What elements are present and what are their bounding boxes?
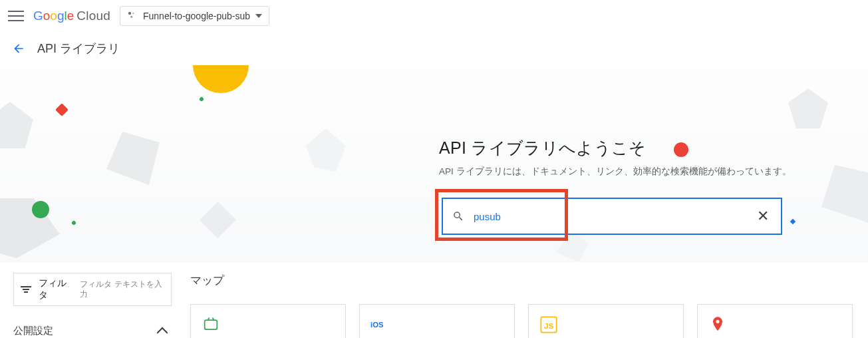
api-card-places[interactable]: Places API: [697, 304, 853, 338]
decorative-dot: [790, 219, 796, 224]
api-card-maps-android[interactable]: Maps SDK for Android: [190, 304, 346, 338]
svg-point-0: [128, 12, 131, 15]
decorative-shape: [0, 198, 60, 258]
sub-header: API ライブラリ: [0, 32, 868, 65]
decorative-dot: [193, 65, 249, 93]
content-area: マップ Maps SDK for Android iOS Maps SDK fo…: [190, 273, 855, 338]
decorative-shape: [555, 232, 589, 261]
hero-title: API ライブラリへようこそ: [439, 137, 792, 159]
top-bar: Google Cloud Funnel-to-google-pub-sub: [0, 0, 868, 32]
filter-placeholder: フィルタ テキストを入力: [80, 279, 164, 299]
search-icon: [452, 210, 464, 222]
card-row: Maps SDK for Android iOS Maps SDK for iO…: [190, 304, 855, 338]
svg-point-1: [132, 13, 134, 15]
decorative-shape: [200, 202, 236, 238]
search-input[interactable]: [474, 211, 754, 222]
project-name-label: Funnel-to-google-pub-sub: [143, 11, 250, 21]
decorative-shape: [0, 102, 33, 148]
filter-label: フィルタ: [39, 277, 73, 301]
category-title: マップ: [190, 273, 855, 288]
filter-sidebar: フィルタ フィルタ テキストを入力 公開設定 公開 (474): [13, 273, 172, 338]
api-card-maps-js[interactable]: JS Maps JavaScript API: [528, 304, 684, 338]
api-card-maps-ios[interactable]: iOS Maps SDK for iOS: [359, 304, 515, 338]
hamburger-icon[interactable]: [8, 8, 24, 24]
svg-point-7: [716, 320, 719, 323]
svg-text:iOS: iOS: [370, 321, 384, 329]
svg-text:JS: JS: [544, 321, 553, 330]
filter-icon: [21, 283, 32, 295]
svg-point-2: [130, 16, 132, 18]
hero-subtitle: API ライブラリには、ドキュメント、リンク、効率的な検索機能が備わっています。: [439, 166, 792, 178]
android-icon: [202, 315, 220, 334]
decorative-shape: [306, 128, 346, 172]
decorative-dot: [71, 220, 76, 226]
svg-rect-3: [205, 320, 217, 329]
ios-icon: iOS: [370, 315, 389, 334]
main-area: フィルタ フィルタ テキストを入力 公開設定 公開 (474) マップ Maps…: [0, 262, 868, 338]
project-icon: [127, 11, 138, 21]
sidebar-section-visibility[interactable]: 公開設定: [13, 325, 172, 337]
sidebar-section-title: 公開設定: [13, 325, 53, 337]
google-cloud-logo[interactable]: Google Cloud: [33, 9, 110, 23]
logo-cloud-text: Cloud: [76, 9, 110, 23]
filter-chip[interactable]: フィルタ フィルタ テキストを入力: [13, 273, 172, 306]
chevron-up-icon: [157, 327, 168, 338]
pin-icon: [708, 315, 727, 334]
project-selector[interactable]: Funnel-to-google-pub-sub: [120, 6, 269, 26]
caret-down-icon: [255, 14, 262, 18]
hero-text: API ライブラリへようこそ API ライブラリには、ドキュメント、リンク、効率…: [439, 137, 792, 178]
decorative-shape: [106, 132, 160, 185]
hero-panel: API ライブラリへようこそ API ライブラリには、ドキュメント、リンク、効率…: [0, 65, 868, 262]
decorative-shape: [821, 165, 868, 225]
decorative-dot: [55, 103, 69, 116]
clear-icon[interactable]: ✕: [754, 205, 772, 228]
search-bar[interactable]: ✕: [442, 198, 782, 235]
back-arrow-icon[interactable]: [12, 42, 25, 55]
decorative-dot: [32, 201, 49, 218]
page-title: API ライブラリ: [37, 41, 120, 57]
js-icon: JS: [539, 315, 558, 334]
decorative-shape: [788, 88, 828, 128]
decorative-dot: [199, 96, 204, 102]
